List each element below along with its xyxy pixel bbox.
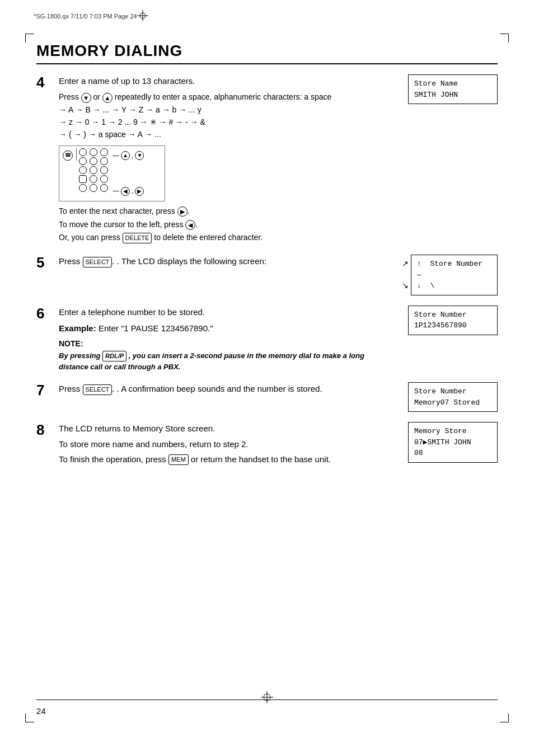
step-8-text2: To store more name and numbers, return t… <box>59 438 395 450</box>
kp-key <box>100 184 108 192</box>
step-8-text3-span: To finish the operation, press <box>59 454 166 464</box>
title-divider <box>36 63 498 64</box>
down-arrow-sym: ▼ <box>81 93 91 103</box>
right-arrow-sym: ▶ <box>177 206 188 217</box>
step-6-text-col: Enter a telephone number to be stored. E… <box>59 306 395 373</box>
step-7-lcd: Store Number Memory07 Stored <box>408 382 498 412</box>
left-arrow-sym: ◀ <box>185 220 195 230</box>
step-8-lcd: Memory Store 07▶SMITH JOHN 08 <box>408 422 498 463</box>
step-4-lcd-line2: SMITH JOHN <box>414 91 458 99</box>
step-8-text1: The LCD returns to Memory Store screen. <box>59 422 395 435</box>
kp-key <box>79 166 87 174</box>
step-5-number: 5 <box>36 255 54 295</box>
main-content: MEMORY DIALING 4 Enter a name of up to 1… <box>36 42 498 476</box>
step-4-sub: Press ▼ or ▲ repeatedly to enter a space… <box>59 91 391 141</box>
step-5-lcd-wrapper: ↗ ↘ ↑ Store Number — ↓ \ <box>411 255 498 295</box>
step-7: 7 Press SELECT. . A confirmation beep so… <box>36 382 498 412</box>
step-6-lcd: Store Number 1P1234567890 <box>408 306 498 335</box>
example-text: Enter "1 PAUSE 1234567890." <box>99 323 213 333</box>
page-title: MEMORY DIALING <box>36 42 498 60</box>
step-7-number: 7 <box>36 382 54 412</box>
step-5-lcd: ↑ Store Number — ↓ \ <box>411 255 498 295</box>
select-sym-5: SELECT <box>83 257 113 267</box>
kp-key <box>90 184 97 192</box>
kp-key <box>79 184 87 192</box>
kp-key <box>100 175 108 183</box>
keypad-illustration: ☎ <box>59 145 165 201</box>
cursor-arrow-top: ↗ <box>402 258 409 270</box>
step-5-body: Press SELECT. . The LCD displays the fol… <box>59 255 498 295</box>
kp-key <box>90 166 97 174</box>
corner-mark-tl <box>25 34 34 43</box>
step-6-lcd-col: Store Number 1P1234567890 <box>408 306 498 335</box>
step-8-number: 8 <box>36 422 54 466</box>
kp-key <box>100 148 108 156</box>
step-8-lcd-col: Memory Store 07▶SMITH JOHN 08 <box>408 422 498 463</box>
step-5-text: Press SELECT. . The LCD displays the fol… <box>59 255 397 267</box>
kp-key <box>100 157 108 165</box>
left-circle-sym: ◀ <box>121 187 130 196</box>
rdlp-sym: RDL/P <box>102 351 127 361</box>
page: *SG-1800.qx 7/11/0 7:03 PM Page 24 MEMOR… <box>0 0 534 756</box>
step-4-next-char: To enter the next character, press ▶. To… <box>59 205 391 245</box>
step-5: 5 Press SELECT. . The LCD displays the f… <box>36 255 498 295</box>
up-circle-sym: ▲ <box>121 151 130 160</box>
kp-key <box>90 148 97 156</box>
step-5-text2: . The LCD displays the following screen: <box>117 256 266 266</box>
up-arrow-sym: ▲ <box>102 93 113 103</box>
step-6-number: 6 <box>36 306 54 373</box>
step-6-lcd-line2: 1P1234567890 <box>414 321 467 330</box>
down-circle-sym: ▼ <box>135 151 144 160</box>
step-4-lcd: Store Name SMITH JOHN <box>408 74 498 104</box>
delete-sym: DELETE <box>123 233 152 243</box>
step-4-lcd-line1: Store Name <box>414 79 458 88</box>
note-label: NOTE: <box>59 338 395 350</box>
step-8-lcd-line3: 08 <box>414 449 423 457</box>
step-7-text: Press SELECT. . A confirmation beep soun… <box>59 382 395 395</box>
step-6-note: NOTE: By pressing RDL/P , you can insert… <box>59 338 395 372</box>
mem-sym: MEM <box>168 454 189 465</box>
step-8-body: The LCD returns to Memory Store screen. … <box>59 422 498 466</box>
step-4-body: Enter a name of up to 13 characters. Pre… <box>59 74 498 245</box>
right-circle-sym: ▶ <box>135 187 144 196</box>
step-8-text4: or return the handset to the base unit. <box>191 454 331 464</box>
step-7-body: Press SELECT. . A confirmation beep soun… <box>59 382 498 412</box>
keypad-wrapper: ☎ <box>59 145 391 201</box>
kp-key <box>90 175 97 183</box>
step-6: 6 Enter a telephone number to be stored.… <box>36 306 498 373</box>
step-6-example: Example: Enter "1 PAUSE 1234567890." <box>59 322 395 335</box>
step-4-main: Enter a name of up to 13 characters. <box>59 74 391 87</box>
cursor-arrow-bottom: ↘ <box>402 280 409 292</box>
kp-key <box>79 157 87 165</box>
step-8-text-col: The LCD returns to Memory Store screen. … <box>59 422 395 466</box>
step-4-number: 4 <box>36 74 54 245</box>
step-7-lcd-line2: Memory07 Stored <box>414 398 480 407</box>
corner-mark-br <box>500 713 509 722</box>
step-7-text2: . A confirmation beep sounds and the num… <box>117 384 322 393</box>
select-sym-7: SELECT <box>83 384 113 395</box>
kp-key <box>100 166 108 174</box>
header-bar: *SG-1800.qx 7/11/0 7:03 PM Page 24 <box>34 10 500 22</box>
step-4-text-col: Enter a name of up to 13 characters. Pre… <box>59 74 391 245</box>
bottom-crosshair <box>261 691 273 706</box>
step-4-upper: Enter a name of up to 13 characters. Pre… <box>59 74 498 245</box>
kp-key <box>90 157 97 165</box>
step-8-lcd-line1: Memory Store <box>414 427 467 435</box>
step-7-lcd-col: Store Number Memory07 Stored <box>408 382 498 412</box>
step-8-lcd-line2: 07▶SMITH JOHN <box>414 438 471 447</box>
step-4-lcd-col: Store Name SMITH JOHN <box>408 74 498 104</box>
step-8: 8 The LCD returns to Memory Store screen… <box>36 422 498 466</box>
header-text: *SG-1800.qx 7/11/0 7:03 PM Page 24 <box>34 13 137 20</box>
step-4: 4 Enter a name of up to 13 characters. P… <box>36 74 498 245</box>
note-text: By pressing RDL/P , you can insert a 2-s… <box>59 350 395 373</box>
step-7-lcd-line1: Store Number <box>414 387 467 396</box>
corner-mark-bl <box>25 713 34 722</box>
step-6-lcd-line1: Store Number <box>414 311 467 319</box>
step-6-body: Enter a telephone number to be stored. E… <box>59 306 498 373</box>
step-6-main: Enter a telephone number to be stored. <box>59 306 395 318</box>
kp-key <box>79 148 87 156</box>
page-number: 24 <box>36 706 46 716</box>
example-label: Example: <box>59 323 96 333</box>
step-8-text3: To finish the operation, press MEM or re… <box>59 453 395 466</box>
corner-mark-tr <box>500 34 509 43</box>
